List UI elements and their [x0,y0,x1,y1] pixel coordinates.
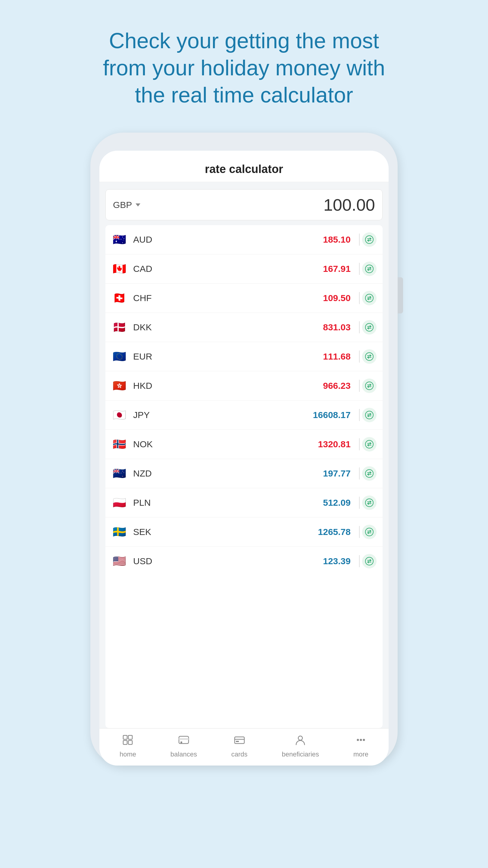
currency-row[interactable]: 🇦🇺 AUD 185.10 [105,225,383,254]
currency-row[interactable]: 🇯🇵 JPY 16608.17 [105,401,383,430]
exchange-icon-sek[interactable] [362,525,377,539]
svg-rect-12 [123,735,127,739]
currency-row[interactable]: 🇸🇪 SEK 1265.78 [105,518,383,547]
currency-row[interactable]: 🇺🇸 USD 123.39 [105,547,383,576]
svg-rect-17 [179,738,189,740]
nav-label-beneficiaries: beneficiaries [282,750,319,758]
currency-row[interactable]: 🇨🇭 CHF 109.50 [105,284,383,313]
currency-value-aud: 185.10 [169,235,351,245]
exchange-icon-chf[interactable] [362,291,377,305]
currency-code-jpy: JPY [133,410,169,420]
screen-title: rate calculator [99,151,389,182]
currency-value-chf: 109.50 [169,293,351,303]
currency-value-cad: 167.91 [169,264,351,274]
exchange-icon-hkd[interactable] [362,378,377,393]
svg-rect-21 [236,741,239,742]
nav-icon-balances [178,734,190,749]
nav-label-home: home [120,750,136,758]
nav-item-more[interactable]: more [353,734,368,758]
svg-point-5 [365,382,373,390]
currency-row[interactable]: 🇳🇿 NZD 197.77 [105,459,383,488]
svg-point-11 [365,557,373,565]
divider [359,526,360,538]
flag-icon-chf: 🇨🇭 [111,290,127,306]
svg-point-4 [365,352,373,361]
flag-icon-sek: 🇸🇪 [111,524,127,540]
currency-code-chf: CHF [133,293,169,303]
svg-point-7 [365,440,373,448]
currency-row[interactable]: 🇳🇴 NOK 1320.81 [105,430,383,459]
exchange-icon-nok[interactable] [362,437,377,452]
currency-code-nok: NOK [133,439,169,450]
svg-rect-13 [123,741,127,744]
currency-code-pln: PLN [133,498,169,508]
flag-icon-eur: 🇪🇺 [111,349,127,364]
exchange-icon-cad[interactable] [362,261,377,276]
flag-icon-cad: 🇨🇦 [111,261,127,277]
divider [359,350,360,363]
nav-icon-more [355,734,367,749]
currency-code-cad: CAD [133,264,169,274]
currency-code-nzd: NZD [133,468,169,478]
currency-value-dkk: 831.03 [169,322,351,333]
divider [359,234,360,246]
divider [359,263,360,275]
nav-item-balances[interactable]: balances [170,734,197,758]
currency-input-row[interactable]: GBP 100.00 [105,189,383,220]
bottom-navigation: home balances cards beneficiaries more [99,728,389,766]
currency-selector[interactable]: GBP [113,200,140,210]
svg-point-18 [181,741,182,743]
currency-list: 🇦🇺 AUD 185.10 🇨🇦 CAD 167.91 [105,225,383,728]
nav-label-cards: cards [231,750,248,758]
svg-rect-14 [128,735,132,739]
nav-item-beneficiaries[interactable]: beneficiaries [282,734,319,758]
exchange-icon-usd[interactable] [362,554,377,568]
svg-point-1 [365,265,373,273]
currency-code-sek: SEK [133,527,169,537]
currency-code-dkk: DKK [133,322,169,333]
currency-value-sek: 1265.78 [169,527,351,537]
exchange-icon-pln[interactable] [362,495,377,510]
nav-item-home[interactable]: home [120,734,136,758]
phone-mockup: rate calculator GBP 100.00 🇦🇺 AUD 185.10 [90,133,398,766]
currency-value-jpy: 16608.17 [169,410,351,420]
svg-point-23 [357,739,359,741]
nav-item-cards[interactable]: cards [231,734,248,758]
currency-row[interactable]: 🇨🇦 CAD 167.91 [105,254,383,284]
currency-row[interactable]: 🇪🇺 EUR 111.68 [105,342,383,371]
currency-row[interactable]: 🇩🇰 DKK 831.03 [105,313,383,342]
svg-point-25 [363,739,365,741]
svg-rect-19 [235,737,244,744]
svg-point-24 [360,739,362,741]
divider [359,321,360,333]
svg-point-0 [365,236,373,244]
nav-icon-home [122,734,134,749]
currency-code-usd: USD [133,556,169,566]
svg-point-8 [365,470,373,477]
exchange-icon-aud[interactable] [362,232,377,247]
exchange-icon-jpy[interactable] [362,408,377,422]
currency-value-hkd: 966.23 [169,381,351,391]
svg-point-3 [365,323,373,331]
svg-rect-15 [128,741,132,744]
currency-code-aud: AUD [133,235,169,245]
currency-value-usd: 123.39 [169,556,351,566]
svg-point-10 [365,528,373,536]
exchange-icon-nzd[interactable] [362,466,377,481]
currency-value-nzd: 197.77 [169,468,351,478]
flag-icon-pln: 🇵🇱 [111,495,127,510]
flag-icon-nok: 🇳🇴 [111,436,127,452]
exchange-icon-dkk[interactable] [362,320,377,335]
currency-row[interactable]: 🇭🇰 HKD 966.23 [105,371,383,401]
exchange-icon-eur[interactable] [362,349,377,364]
divider [359,409,360,421]
svg-point-2 [365,294,373,302]
currency-value-nok: 1320.81 [169,439,351,450]
screen-body: GBP 100.00 🇦🇺 AUD 185.10 🇨🇦 CAD 167.91 [99,182,389,728]
nav-label-more: more [353,750,368,758]
currency-value-pln: 512.09 [169,498,351,508]
divider [359,497,360,509]
svg-point-22 [298,736,302,740]
currency-row[interactable]: 🇵🇱 PLN 512.09 [105,488,383,518]
currency-code-eur: EUR [133,351,169,362]
